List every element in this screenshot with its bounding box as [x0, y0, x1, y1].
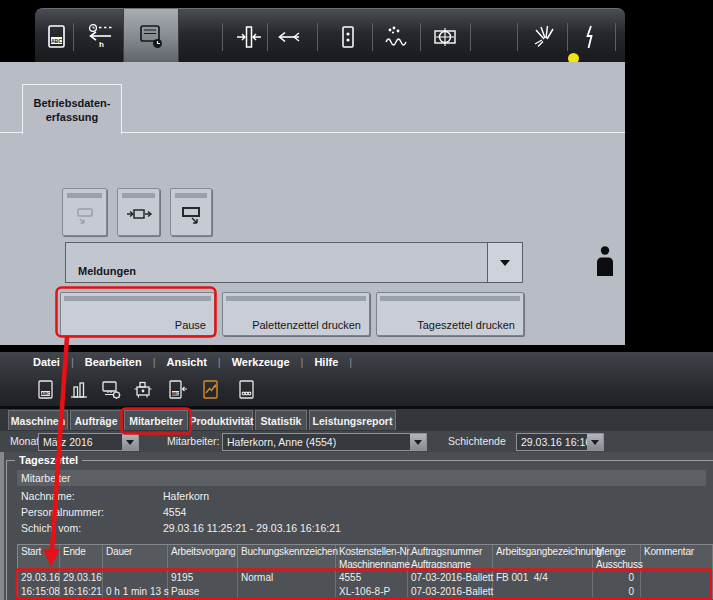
- plate-forward-button[interactable]: [62, 188, 107, 236]
- col-ende: Ende: [60, 545, 103, 558]
- report-tabs: Maschinen Aufträge Mitarbeiter Produktiv…: [0, 409, 713, 431]
- toolbar-separator: [567, 23, 568, 51]
- plate-change-icon: [124, 199, 154, 229]
- toolbar-separator: [222, 23, 223, 51]
- menu-werkzeuge[interactable]: Werkzeuge: [232, 356, 290, 368]
- mitarbeiter-label: Mitarbeiter:: [167, 434, 220, 449]
- meldungen-dropdown[interactable]: Meldungen: [65, 242, 523, 283]
- tab-statistik[interactable]: Statistik: [255, 410, 307, 430]
- cell-ausschuss: 0: [593, 585, 641, 599]
- monat-dropdown-button[interactable]: [122, 434, 138, 450]
- cell-auftragsnummer: 07-03-2016-Ballett: [408, 571, 493, 585]
- col-kommentar: Kommentar: [641, 545, 713, 558]
- powder-spray-icon[interactable]: [379, 22, 413, 52]
- nachname-row: Nachname: Haferkorn: [7, 488, 697, 504]
- menubar: Datei | Bearbeiten | Ansicht | Werkzeuge…: [33, 352, 352, 372]
- meldungen-dropdown-arrow[interactable]: [487, 243, 522, 282]
- book-abc-icon[interactable]: ABC: [39, 22, 73, 52]
- nachname-label: Nachname:: [21, 488, 75, 504]
- menu-ansicht[interactable]: Ansicht: [166, 356, 206, 368]
- tab-mitarbeiter[interactable]: Mitarbeiter: [124, 410, 188, 430]
- monat-dropdown[interactable]: März 2016: [38, 433, 139, 451]
- svg-text:ABC: ABC: [51, 38, 62, 44]
- bde-window-body: Betriebsdaten- erfassung Meldungen: [0, 62, 625, 345]
- plate-eject-button[interactable]: [170, 188, 212, 236]
- schicht-value: 29.03.16 11:25:21 - 29.03.16 16:16:21: [163, 520, 341, 536]
- tab-betriebsdatenerfassung[interactable]: Betriebsdaten- erfassung: [22, 84, 122, 134]
- daily-sheet-clock-icon-selected[interactable]: [123, 9, 179, 63]
- mitarbeiter-dropdown[interactable]: Haferkorn, Anne (4554): [222, 433, 427, 451]
- table-row[interactable]: 29.03.16 29.03.16 9195 Normal 4555 07-03…: [18, 571, 713, 599]
- schicht-row: Schicht vom: 29.03.16 11:25:21 - 29.03.1…: [7, 520, 697, 536]
- tab-label: Statistik: [261, 415, 302, 427]
- tab-label: Aufträge: [74, 415, 117, 427]
- tab-label: Leistungsreport: [313, 415, 393, 427]
- cell-kommentar: [641, 571, 713, 585]
- cell-buchungskennzeichen: Normal: [238, 571, 336, 585]
- tab-label: Mitarbeiter: [129, 415, 183, 427]
- schichtende-dropdown[interactable]: 29.03.16 16:16: [516, 433, 604, 451]
- toolbar-separator: [372, 23, 373, 51]
- panel-left-strip: [0, 452, 4, 600]
- toolbar-separator: [317, 23, 318, 51]
- menu-separator: |: [153, 356, 156, 368]
- sheet-infeed-icon[interactable]: [232, 22, 266, 52]
- meldungen-label: Meldungen: [78, 265, 136, 277]
- timer-return-icon[interactable]: h: [83, 22, 117, 52]
- cell-dauer-2: 0 h 1 min 13 s: [103, 585, 168, 599]
- menu-bearbeiten[interactable]: Bearbeiten: [85, 356, 142, 368]
- menu-datei[interactable]: Datei: [33, 356, 60, 368]
- tageszettel-button-label: Tageszettel drucken: [417, 319, 515, 331]
- menu-hilfe[interactable]: Hilfe: [314, 356, 338, 368]
- schichtende-dropdown-button[interactable]: [587, 434, 603, 450]
- toolbar-separator: [517, 23, 518, 51]
- col-sub-maschinenname: Maschinenname: [336, 558, 408, 571]
- top-toolbar: ABC h: [35, 8, 625, 63]
- lightning-icon[interactable]: [573, 22, 607, 52]
- toolbar-separator: [73, 23, 74, 51]
- col-buchungskennzeichen: Buchungskennzeichen: [238, 545, 336, 558]
- chart-columns-icon[interactable]: [67, 378, 91, 402]
- workstation-settings-icon[interactable]: [99, 378, 123, 402]
- tab-auftraege[interactable]: Aufträge: [70, 410, 122, 430]
- pause-button[interactable]: Pause: [60, 292, 215, 336]
- cell-maschinenname: XL-106-8-P: [336, 585, 408, 599]
- tab-maschinen[interactable]: Maschinen: [8, 410, 68, 430]
- blanket-wash-icon[interactable]: [526, 22, 560, 52]
- filter-bar: Monat: März 2016 Mitarbeiter: Haferkorn,…: [0, 431, 713, 452]
- button-strip: [226, 296, 366, 301]
- tageszettel-title: Tageszettel: [15, 454, 82, 466]
- cell-auftragsname: 07-03-2016-Ballett: [408, 585, 493, 599]
- col-dauer: Dauer: [103, 545, 168, 558]
- machine-icon[interactable]: [131, 378, 155, 402]
- plate-change-button[interactable]: [117, 188, 160, 236]
- palettenzettel-drucken-button[interactable]: Palettenzettel drucken: [222, 292, 370, 336]
- cell-start-time: 16:15:08: [18, 585, 60, 599]
- cell-arbeitsvorgang-nr: 9195: [168, 571, 238, 585]
- mitarbeiter-dropdown-button[interactable]: [410, 434, 426, 450]
- tageszettel-drucken-button[interactable]: Tageszettel drucken: [376, 292, 524, 336]
- report-add-icon[interactable]: ABC: [165, 378, 189, 402]
- tab-leistungsreport[interactable]: Leistungsreport: [309, 410, 396, 430]
- col-sub: [168, 558, 238, 571]
- menu-separator: |: [301, 356, 304, 368]
- svg-text:ABC: ABC: [171, 392, 179, 396]
- menu-separator: |: [71, 356, 74, 368]
- plate-eject-icon: [176, 199, 206, 229]
- chevron-down-icon: [414, 440, 422, 445]
- report-chart-active-icon[interactable]: [199, 378, 223, 402]
- cell-start-date: 29.03.16: [18, 571, 60, 585]
- report-ooo-icon[interactable]: [234, 378, 258, 402]
- arrow-left-icon[interactable]: [271, 22, 305, 52]
- door-panel-icon[interactable]: [331, 22, 365, 52]
- toolbar-separator: [615, 23, 616, 51]
- cell-arbeitsgang-2: [493, 585, 593, 599]
- tab-produktivitaet[interactable]: Produktivität: [190, 410, 253, 430]
- operator-person-icon: [593, 246, 617, 280]
- report-abc-icon[interactable]: ABC: [33, 378, 57, 402]
- register-crosshair-icon[interactable]: [428, 22, 462, 52]
- personalnummer-row: Personalnummer: 4554: [7, 504, 697, 520]
- mitarbeiter-value: Haferkorn, Anne (4554): [223, 434, 410, 450]
- col-menge: Menge: [593, 545, 641, 558]
- cell-kommentar-2: [641, 585, 713, 599]
